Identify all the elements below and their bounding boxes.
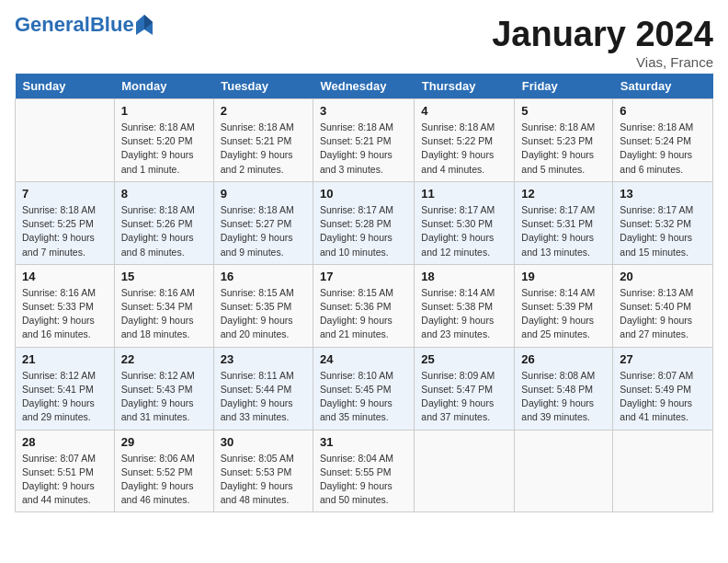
calendar-cell: 29Sunrise: 8:06 AM Sunset: 5:52 PM Dayli…: [114, 430, 213, 512]
day-number: 25: [421, 352, 507, 366]
day-info: Sunrise: 8:07 AM Sunset: 5:51 PM Dayligh…: [22, 452, 108, 508]
day-number: 3: [320, 104, 407, 118]
day-info: Sunrise: 8:18 AM Sunset: 5:23 PM Dayligh…: [521, 121, 606, 177]
day-number: 20: [620, 270, 706, 283]
day-number: 23: [221, 352, 306, 366]
day-info: Sunrise: 8:15 AM Sunset: 5:35 PM Dayligh…: [221, 286, 306, 342]
title-area: January 2024 Vias, France: [492, 15, 713, 70]
day-info: Sunrise: 8:15 AM Sunset: 5:36 PM Dayligh…: [320, 286, 407, 342]
day-number: 28: [22, 435, 108, 449]
calendar-cell: 28Sunrise: 8:07 AM Sunset: 5:51 PM Dayli…: [16, 430, 115, 512]
calendar-cell: 10Sunrise: 8:17 AM Sunset: 5:28 PM Dayli…: [313, 181, 414, 264]
calendar-cell: 8Sunrise: 8:18 AM Sunset: 5:26 PM Daylig…: [114, 181, 213, 264]
day-info: Sunrise: 8:12 AM Sunset: 5:41 PM Dayligh…: [22, 369, 108, 425]
day-info: Sunrise: 8:16 AM Sunset: 5:33 PM Dayligh…: [22, 286, 108, 342]
day-info: Sunrise: 8:17 AM Sunset: 5:32 PM Dayligh…: [620, 203, 706, 259]
calendar-week-3: 21Sunrise: 8:12 AM Sunset: 5:41 PM Dayli…: [16, 347, 713, 430]
col-friday: Friday: [515, 74, 613, 99]
day-info: Sunrise: 8:04 AM Sunset: 5:55 PM Dayligh…: [320, 452, 407, 508]
day-info: Sunrise: 8:12 AM Sunset: 5:43 PM Dayligh…: [121, 369, 207, 425]
day-info: Sunrise: 8:17 AM Sunset: 5:30 PM Dayligh…: [421, 203, 507, 259]
day-number: 21: [22, 352, 108, 366]
day-number: 5: [521, 104, 606, 118]
day-number: 17: [320, 270, 407, 283]
calendar-week-1: 7Sunrise: 8:18 AM Sunset: 5:25 PM Daylig…: [16, 181, 713, 264]
calendar-cell: 17Sunrise: 8:15 AM Sunset: 5:36 PM Dayli…: [313, 264, 414, 347]
day-info: Sunrise: 8:18 AM Sunset: 5:21 PM Dayligh…: [320, 121, 407, 177]
calendar-cell: 15Sunrise: 8:16 AM Sunset: 5:34 PM Dayli…: [114, 264, 213, 347]
day-info: Sunrise: 8:16 AM Sunset: 5:34 PM Dayligh…: [121, 286, 207, 342]
day-number: 31: [320, 435, 407, 449]
calendar-cell: 11Sunrise: 8:17 AM Sunset: 5:30 PM Dayli…: [415, 181, 515, 264]
day-number: 19: [521, 270, 606, 283]
col-saturday: Saturday: [613, 74, 713, 99]
calendar-cell: [415, 430, 515, 512]
day-number: 16: [221, 270, 306, 283]
month-title: January 2024: [492, 15, 713, 54]
day-info: Sunrise: 8:18 AM Sunset: 5:20 PM Dayligh…: [121, 121, 207, 177]
day-info: Sunrise: 8:08 AM Sunset: 5:48 PM Dayligh…: [521, 369, 606, 425]
calendar-cell: 6Sunrise: 8:18 AM Sunset: 5:24 PM Daylig…: [613, 99, 713, 182]
day-info: Sunrise: 8:18 AM Sunset: 5:27 PM Dayligh…: [221, 203, 306, 259]
day-info: Sunrise: 8:17 AM Sunset: 5:28 PM Dayligh…: [320, 203, 407, 259]
calendar-cell: 19Sunrise: 8:14 AM Sunset: 5:39 PM Dayli…: [515, 264, 613, 347]
day-number: 24: [320, 352, 407, 366]
day-number: 12: [521, 187, 606, 201]
calendar-cell: 22Sunrise: 8:12 AM Sunset: 5:43 PM Dayli…: [114, 347, 213, 430]
day-number: 8: [121, 187, 207, 201]
day-number: 1: [121, 104, 207, 118]
day-number: 27: [620, 352, 706, 366]
col-tuesday: Tuesday: [213, 74, 313, 99]
day-info: Sunrise: 8:18 AM Sunset: 5:25 PM Dayligh…: [22, 203, 108, 259]
calendar-cell: 16Sunrise: 8:15 AM Sunset: 5:35 PM Dayli…: [213, 264, 313, 347]
calendar-cell: 3Sunrise: 8:18 AM Sunset: 5:21 PM Daylig…: [313, 99, 414, 182]
day-number: 29: [121, 435, 207, 449]
day-info: Sunrise: 8:14 AM Sunset: 5:38 PM Dayligh…: [421, 286, 507, 342]
day-number: 10: [320, 187, 407, 201]
day-info: Sunrise: 8:18 AM Sunset: 5:22 PM Dayligh…: [421, 121, 507, 177]
calendar-cell: 9Sunrise: 8:18 AM Sunset: 5:27 PM Daylig…: [213, 181, 313, 264]
calendar-cell: 21Sunrise: 8:12 AM Sunset: 5:41 PM Dayli…: [16, 347, 115, 430]
page-header: GeneralBlue January 2024 Vias, France: [15, 15, 713, 70]
header-row: Sunday Monday Tuesday Wednesday Thursday…: [16, 74, 713, 99]
calendar-header: Sunday Monday Tuesday Wednesday Thursday…: [16, 74, 713, 99]
day-number: 15: [121, 270, 207, 283]
day-number: 2: [221, 104, 306, 118]
calendar-cell: 20Sunrise: 8:13 AM Sunset: 5:40 PM Dayli…: [613, 264, 713, 347]
day-number: 26: [521, 352, 606, 366]
calendar-body: 1Sunrise: 8:18 AM Sunset: 5:20 PM Daylig…: [16, 99, 713, 512]
calendar-cell: 1Sunrise: 8:18 AM Sunset: 5:20 PM Daylig…: [114, 99, 213, 182]
day-number: 30: [221, 435, 306, 449]
calendar-cell: 30Sunrise: 8:05 AM Sunset: 5:53 PM Dayli…: [213, 430, 313, 512]
day-info: Sunrise: 8:18 AM Sunset: 5:21 PM Dayligh…: [221, 121, 306, 177]
day-number: 9: [221, 187, 306, 201]
calendar-cell: 5Sunrise: 8:18 AM Sunset: 5:23 PM Daylig…: [515, 99, 613, 182]
calendar-cell: 13Sunrise: 8:17 AM Sunset: 5:32 PM Dayli…: [613, 181, 713, 264]
day-info: Sunrise: 8:06 AM Sunset: 5:52 PM Dayligh…: [121, 452, 207, 508]
day-number: 6: [620, 104, 706, 118]
calendar-week-2: 14Sunrise: 8:16 AM Sunset: 5:33 PM Dayli…: [16, 264, 713, 347]
day-info: Sunrise: 8:14 AM Sunset: 5:39 PM Dayligh…: [521, 286, 606, 342]
calendar-cell: 25Sunrise: 8:09 AM Sunset: 5:47 PM Dayli…: [415, 347, 515, 430]
calendar-cell: 31Sunrise: 8:04 AM Sunset: 5:55 PM Dayli…: [313, 430, 414, 512]
col-thursday: Thursday: [415, 74, 515, 99]
calendar-week-0: 1Sunrise: 8:18 AM Sunset: 5:20 PM Daylig…: [16, 99, 713, 182]
calendar-cell: 14Sunrise: 8:16 AM Sunset: 5:33 PM Dayli…: [16, 264, 115, 347]
day-number: 13: [620, 187, 706, 201]
calendar-cell: 12Sunrise: 8:17 AM Sunset: 5:31 PM Dayli…: [515, 181, 613, 264]
logo-icon: [136, 15, 153, 35]
day-number: 4: [421, 104, 507, 118]
day-info: Sunrise: 8:13 AM Sunset: 5:40 PM Dayligh…: [620, 286, 706, 342]
calendar-table: Sunday Monday Tuesday Wednesday Thursday…: [15, 74, 713, 512]
calendar-week-4: 28Sunrise: 8:07 AM Sunset: 5:51 PM Dayli…: [16, 430, 713, 512]
day-info: Sunrise: 8:11 AM Sunset: 5:44 PM Dayligh…: [221, 369, 306, 425]
calendar-cell: 23Sunrise: 8:11 AM Sunset: 5:44 PM Dayli…: [213, 347, 313, 430]
day-info: Sunrise: 8:18 AM Sunset: 5:26 PM Dayligh…: [121, 203, 207, 259]
calendar-cell: 27Sunrise: 8:07 AM Sunset: 5:49 PM Dayli…: [613, 347, 713, 430]
day-info: Sunrise: 8:09 AM Sunset: 5:47 PM Dayligh…: [421, 369, 507, 425]
day-info: Sunrise: 8:05 AM Sunset: 5:53 PM Dayligh…: [221, 452, 306, 508]
col-sunday: Sunday: [16, 74, 115, 99]
calendar-cell: 18Sunrise: 8:14 AM Sunset: 5:38 PM Dayli…: [415, 264, 515, 347]
location: Vias, France: [492, 54, 713, 70]
logo: GeneralBlue: [15, 15, 153, 35]
